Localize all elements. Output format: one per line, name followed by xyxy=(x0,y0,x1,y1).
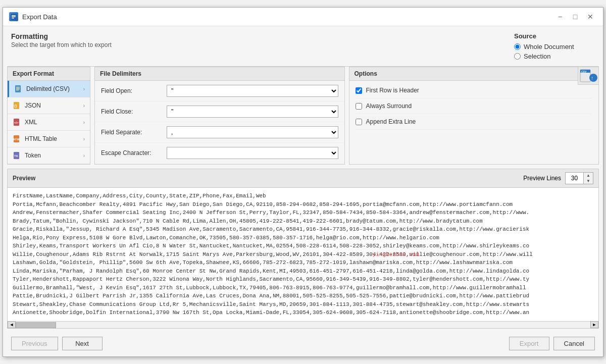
file-delimiters-panel: File Delimiters Field Open: " Field Clos… xyxy=(94,67,345,165)
format-item-html[interactable]: HTML HTML Table › xyxy=(8,131,90,147)
always-surround-label[interactable]: Always Surround xyxy=(366,102,412,110)
escape-char-row: Escape Character: xyxy=(95,143,344,164)
first-row-header-label[interactable]: First Row is Header xyxy=(366,87,419,94)
format-item-xml[interactable]: </> XML › xyxy=(8,114,90,131)
options-content: First Row is Header Always Surround Appe… xyxy=(349,81,599,132)
scrollbar-track[interactable] xyxy=(16,322,590,328)
format-item-token[interactable]: TK Token › xyxy=(8,147,90,164)
escape-char-select[interactable] xyxy=(167,147,338,159)
svg-rect-7 xyxy=(16,89,20,89)
field-open-select[interactable]: " xyxy=(167,85,338,97)
token-chevron: › xyxy=(83,153,85,159)
svg-rect-6 xyxy=(16,88,20,88)
source-whole-document[interactable]: Whole Document xyxy=(514,43,595,50)
token-format-icon: TK xyxy=(13,151,22,160)
formatting-subtitle: Select the target from which to export xyxy=(11,41,514,48)
dialog-icon xyxy=(9,12,18,21)
formatting-area: Formatting Select the target from which … xyxy=(11,32,514,60)
first-row-header-option: First Row is Header xyxy=(356,83,593,98)
svg-rect-1 xyxy=(12,15,16,16)
field-close-select[interactable]: " xyxy=(167,106,338,118)
top-section: Formatting Select the target from which … xyxy=(3,26,603,64)
csv-format-icon xyxy=(14,84,23,93)
export-format-header: Export Format xyxy=(8,67,90,81)
spinner-down-button[interactable]: ▼ xyxy=(584,178,593,184)
html-chevron: › xyxy=(83,136,85,142)
field-separate-label: Field Separate: xyxy=(101,129,162,136)
title-bar-left: Export Data xyxy=(9,12,57,21)
svg-text:</>: </> xyxy=(14,121,19,124)
dialog-title: Export Data xyxy=(22,13,57,21)
format-html-label: HTML Table xyxy=(25,135,57,142)
field-close-label: Field Close: xyxy=(101,108,162,115)
format-json-label: JSON xyxy=(25,102,41,109)
source-selection-radio[interactable] xyxy=(514,53,521,60)
preview-header: Preview Preview Lines 30 ▲ ▼ xyxy=(8,169,598,188)
svg-text:{}: {} xyxy=(14,104,17,108)
append-extra-line-label[interactable]: Append Extra Line xyxy=(366,118,416,125)
format-xml-label: XML xyxy=(25,119,37,126)
scroll-left-button[interactable]: ◄ xyxy=(8,321,16,328)
footer-left: Previous Next xyxy=(11,337,103,350)
export-button[interactable]: Export xyxy=(509,337,549,350)
format-item-csv[interactable]: Delimited (CSV) › xyxy=(8,81,90,97)
spinner-buttons: ▲ ▼ xyxy=(584,173,593,184)
svg-text:↑: ↑ xyxy=(591,75,593,81)
format-csv-label: Delimited (CSV) xyxy=(26,85,70,92)
dialog-footer: Previous Next Export Cancel xyxy=(3,333,603,356)
options-panel: Options CSV ↑ First Row is Header xyxy=(349,67,599,165)
xml-chevron: › xyxy=(83,120,85,125)
csv-chevron: › xyxy=(83,86,85,92)
file-delimiters-header: File Delimiters xyxy=(95,67,344,81)
scroll-right-button[interactable]: ► xyxy=(590,321,598,328)
xml-format-icon: </> xyxy=(13,118,22,127)
preview-lines-input[interactable]: 30 xyxy=(566,173,584,184)
source-selection[interactable]: Selection xyxy=(514,53,595,60)
format-item-json[interactable]: {} JSON › xyxy=(8,97,90,114)
preview-title: Preview xyxy=(13,175,35,182)
lines-spinner: 30 ▲ ▼ xyxy=(565,172,593,184)
svg-text:HTML: HTML xyxy=(14,138,21,141)
scrollbar-thumb[interactable] xyxy=(16,322,56,328)
preview-lines-control: Preview Lines 30 ▲ ▼ xyxy=(523,172,593,184)
json-chevron: › xyxy=(83,103,85,109)
field-separate-row: Field Separate: , xyxy=(95,122,344,143)
json-format-icon: {} xyxy=(13,101,22,110)
export-format-panel: Export Format Delimited (CS xyxy=(7,67,90,165)
title-controls: − □ ✕ xyxy=(553,12,597,22)
preview-scrollbar: ◄ ► xyxy=(8,321,598,328)
previous-button[interactable]: Previous xyxy=(11,337,58,350)
preview-section: Preview Preview Lines 30 ▲ ▼ FirstName,L… xyxy=(7,169,599,329)
source-whole-document-label: Whole Document xyxy=(524,43,574,50)
export-dialog: Export Data − □ ✕ Formatting Select the … xyxy=(3,7,603,357)
source-whole-document-radio[interactable] xyxy=(514,43,521,50)
append-extra-line-option: Append Extra Line xyxy=(356,114,593,130)
footer-right: Export Cancel xyxy=(509,337,595,350)
next-button[interactable]: Next xyxy=(62,337,103,350)
formatting-title: Formatting xyxy=(11,32,514,40)
always-surround-option: Always Surround xyxy=(356,98,593,114)
svg-rect-8 xyxy=(16,90,19,90)
cancel-button[interactable]: Cancel xyxy=(553,337,595,350)
csv-export-icon[interactable]: CSV ↑ xyxy=(578,67,599,85)
escape-char-label: Escape Character: xyxy=(101,149,162,157)
minimize-button[interactable]: − xyxy=(553,12,567,22)
preview-text-area: FirstName,LastName,Company,Address,City,… xyxy=(8,188,598,321)
close-button[interactable]: ✕ xyxy=(584,12,597,22)
dialog-body: Formatting Select the target from which … xyxy=(3,26,603,356)
svg-text:CSV: CSV xyxy=(581,70,587,73)
title-bar: Export Data − □ ✕ xyxy=(3,8,603,26)
field-separate-select[interactable]: , xyxy=(167,126,338,138)
spinner-up-button[interactable]: ▲ xyxy=(584,173,593,178)
svg-rect-3 xyxy=(12,18,14,19)
always-surround-checkbox[interactable] xyxy=(356,103,362,110)
maximize-button[interactable]: □ xyxy=(569,12,582,22)
first-row-header-checkbox[interactable] xyxy=(356,87,362,94)
format-token-label: Token xyxy=(25,152,41,159)
source-selection-label: Selection xyxy=(524,53,550,60)
source-title: Source xyxy=(514,32,595,40)
append-extra-line-checkbox[interactable] xyxy=(356,119,362,125)
preview-lines-label: Preview Lines xyxy=(523,175,561,182)
svg-text:TK: TK xyxy=(14,154,19,158)
field-close-row: Field Close: " xyxy=(95,101,344,122)
